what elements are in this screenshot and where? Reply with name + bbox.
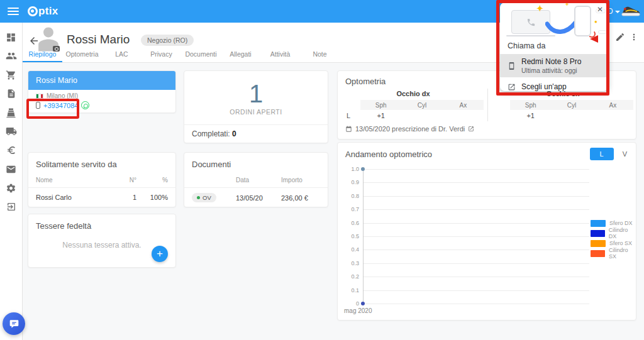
more-options-button[interactable] [629, 32, 639, 45]
sidebar-item-cart[interactable] [0, 65, 23, 84]
user-menu-label: D [608, 7, 613, 16]
mail-icon [6, 164, 16, 175]
sidebar-item-customers[interactable] [0, 47, 23, 65]
sph-value: +1 [360, 112, 401, 119]
sparkle-icon: + [565, 3, 569, 8]
sidebar-item-mail[interactable] [0, 160, 23, 178]
sph-value: +1 [510, 112, 551, 119]
documents-card: Documenti Data Importo OV 13/05/20 236,0… [184, 152, 328, 207]
tab-lac[interactable]: LAC [102, 48, 142, 62]
toggle-v-button[interactable]: V [623, 150, 627, 158]
data-point-top[interactable] [361, 167, 365, 171]
dashboard-icon [6, 32, 16, 43]
cell-pct: 100% [136, 194, 168, 201]
laptop-illustration [511, 10, 550, 34]
sidebar-item-logout[interactable] [0, 197, 23, 216]
tab-privacy[interactable]: Privacy [142, 48, 181, 62]
euro-icon [6, 145, 16, 155]
cell-n: 1 [111, 194, 136, 201]
device-option[interactable]: Redmi Note 8 Pro Ultima attività: oggi [500, 54, 608, 77]
chart-legend: Sfero DX Cilindro DX Sfero SX Cilindro S… [591, 218, 636, 258]
header-nome: Nome [36, 177, 111, 184]
toggle-l-button[interactable]: L [590, 148, 614, 160]
choose-app-option[interactable]: Scegli un'app [500, 77, 608, 91]
hamburger-menu-icon[interactable] [8, 8, 19, 15]
click-to-call-popup: ✦ + ● ✕ Chiama da Redmi Note 8 Pro Ultim… [500, 3, 608, 91]
device-name: Redmi Note 8 Pro [521, 57, 581, 66]
add-loyalty-card-button[interactable]: + [152, 246, 168, 262]
phone-forwarded-icon [526, 18, 536, 27]
phone-icon [36, 102, 40, 109]
chart-plot: 1.00.90.80.70.60.50.40.30.20.10 mag 2020 [343, 167, 594, 317]
cell-nome: Rossi Carlo [36, 194, 111, 201]
legend-swatch [591, 250, 605, 257]
smartphone-icon [508, 61, 516, 71]
brand-logo[interactable]: ptix [28, 5, 58, 18]
edit-button[interactable] [615, 32, 625, 45]
orders-footer: Completati: 0 [184, 124, 328, 143]
col-sph: Sph [510, 102, 551, 109]
eye-dx-title: Occhio dx [343, 90, 484, 97]
phone-link[interactable]: +39347084 [43, 102, 78, 109]
app-root: ptix D Rossi Mario Negoz [0, 0, 644, 340]
customer-location-row: Milano (MI) [28, 90, 175, 99]
sidebar-item-register[interactable] [0, 103, 23, 122]
loyalty-card: Tessere fedeltà Nessuna tessera attiva. … [28, 214, 176, 268]
chat-widget-button[interactable] [3, 312, 25, 335]
col-cyl: Cyl [401, 102, 442, 109]
prescription-text: 13/05/2020 prescrizione di Dr. Verdi [355, 125, 465, 133]
sidebar-item-documents[interactable] [0, 84, 23, 103]
tab-attivita[interactable]: Attività [260, 48, 300, 62]
legend-item: Cilindro SX [591, 248, 636, 258]
col-sph: Sph [360, 102, 401, 109]
table-row[interactable]: Rossi Carlo 1 100% [28, 194, 175, 201]
cash-register-icon [6, 107, 16, 118]
device-status: Ultima attività: oggi [521, 67, 581, 74]
eye-sx-row: +1 [492, 110, 633, 121]
badge-label: OV [203, 194, 211, 201]
choose-app-label: Scegli un'app [521, 82, 567, 91]
legend-label: Cilindro DX [609, 227, 636, 239]
tab-bar: Riepilogo Optometria LAC Privacy Documen… [23, 48, 340, 62]
open-orders-label: ORDINI APERTI [230, 108, 282, 116]
customer-card-header: Rossi Mario [28, 71, 175, 90]
blue-swoosh [545, 19, 578, 36]
close-icon[interactable]: ✕ [597, 5, 603, 14]
pencil-icon [615, 32, 625, 42]
store-badge: Negozio (RO) [141, 35, 194, 46]
customer-summary-card: Rossi Mario Milano (MI) +39347084 [28, 70, 176, 113]
data-point-bottom[interactable] [361, 302, 365, 305]
tab-documenti[interactable]: Documenti [181, 48, 221, 62]
x-axis-label: mag 2020 [344, 307, 372, 314]
sidebar-item-dashboard[interactable] [0, 28, 23, 47]
tab-riepilogo[interactable]: Riepilogo [23, 48, 62, 62]
calendar-icon [345, 126, 352, 133]
eye-sx-columns: Sph Cyl Ax [510, 100, 633, 110]
cloud-icon [598, 30, 607, 34]
completed-label: Completati: [192, 129, 230, 138]
optometric-trend-card: Andamento optometrico L V 1.00.90.80.70.… [337, 142, 636, 321]
legend-item: Cilindro DX [591, 228, 636, 238]
tab-optometria[interactable]: Optometria [62, 48, 102, 62]
tab-allegati[interactable]: Allegati [221, 48, 260, 62]
chart-toggle: L V [590, 148, 627, 160]
document-icon [6, 89, 16, 99]
sidebar-item-settings[interactable] [0, 178, 23, 197]
sidebar-item-shipping[interactable] [0, 122, 23, 141]
sparkle-icon: ✦ [536, 4, 543, 13]
truck-icon [6, 126, 17, 137]
tab-note[interactable]: Note [300, 48, 340, 62]
header-pct: % [136, 177, 168, 184]
page-title: Rossi Mario [67, 33, 130, 47]
col-ax: Ax [443, 102, 484, 109]
whatsapp-icon[interactable] [81, 101, 89, 109]
open-in-new-icon[interactable] [468, 126, 474, 132]
user-menu[interactable]: D [608, 7, 620, 16]
cart-icon [6, 70, 16, 80]
sneaker-icon[interactable] [621, 5, 640, 19]
chevron-down-icon [615, 11, 620, 13]
sidebar-item-payments[interactable] [0, 141, 23, 160]
loyalty-title: Tessere fedeltà [28, 214, 175, 231]
table-row[interactable]: OV 13/05/20 236,00 € [184, 193, 328, 202]
italy-flag-icon [36, 94, 43, 99]
